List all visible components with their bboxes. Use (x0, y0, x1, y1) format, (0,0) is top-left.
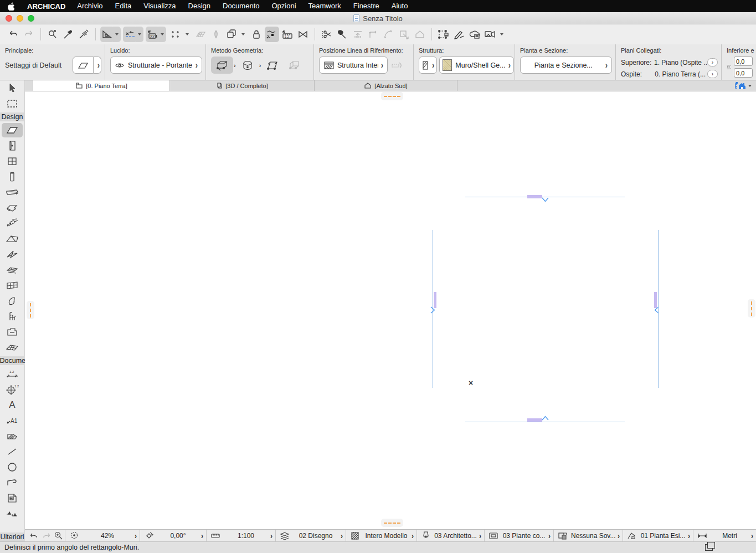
trim-axe-icon[interactable] (335, 27, 349, 42)
roof-tool[interactable] (2, 232, 23, 246)
superiore-chevron-button[interactable]: › (707, 58, 718, 66)
offset-top-field[interactable]: 0,0 (734, 57, 753, 66)
marquee-tool[interactable] (2, 96, 23, 111)
windows-overlap-icon[interactable] (705, 544, 713, 551)
fit-in-window-icon[interactable] (68, 531, 80, 540)
menu-documento[interactable]: Documento (217, 0, 265, 12)
lock-icon[interactable] (249, 27, 264, 42)
wall-settings-chevron[interactable]: › (94, 57, 101, 74)
pick-up-parameters-icon[interactable] (45, 27, 60, 42)
snap-elements-button[interactable] (265, 27, 279, 42)
curtain-wall-tool[interactable] (2, 278, 23, 293)
snap-grid-button[interactable] (168, 27, 183, 42)
window-tool[interactable] (2, 154, 23, 168)
back-view-icon[interactable] (28, 531, 40, 540)
zoom-level-control[interactable]: 42% › (65, 530, 140, 541)
guide-lines-menu-arrow[interactable] (113, 27, 121, 42)
redo-button[interactable] (22, 27, 36, 42)
drawing-tool[interactable] (2, 491, 23, 505)
forward-view-icon[interactable] (40, 531, 52, 540)
ospite-chevron-button[interactable]: › (707, 70, 718, 78)
menu-design[interactable]: Design (182, 0, 217, 12)
polyline-tool[interactable] (2, 475, 23, 490)
layers-icon[interactable] (279, 531, 291, 540)
render-button[interactable] (483, 27, 497, 42)
palette-section-ulteriori[interactable]: Ulteriori (0, 532, 25, 541)
zone-tool[interactable] (2, 325, 23, 339)
frame-copy-button[interactable] (224, 27, 239, 42)
library-cloud-icon[interactable] (467, 27, 482, 42)
floor-plan-canvas[interactable]: × (25, 91, 756, 529)
frame-copy-menu-arrow[interactable] (239, 27, 247, 42)
circle-tool[interactable] (2, 460, 23, 474)
apple-menu[interactable] (8, 2, 15, 11)
column-tool[interactable] (2, 170, 23, 184)
arrow-tool[interactable] (2, 81, 23, 95)
fill-tool[interactable] (2, 429, 23, 443)
structure-display-icon[interactable] (349, 531, 361, 540)
guide-line-tab-top[interactable] (381, 92, 403, 100)
pen-set-icon[interactable] (420, 531, 432, 540)
geometry-straight-chevron[interactable]: › (234, 62, 236, 69)
text-tool[interactable]: A (2, 398, 23, 412)
scale-ruler-icon[interactable] (209, 532, 222, 540)
menu-opzioni[interactable]: Opzioni (265, 0, 302, 12)
partial-structure-control[interactable]: Intero Modello › (346, 530, 417, 541)
geometry-trapezoid-wall-button[interactable] (261, 57, 284, 74)
guide-line-tab-right[interactable] (748, 299, 755, 318)
model-view-options-control[interactable]: 03 Piante co... › (485, 530, 554, 541)
snap-grid-menu-arrow[interactable] (183, 27, 191, 42)
working-units-control[interactable]: Metri › (693, 530, 756, 541)
app-name[interactable]: ARCHICAD (22, 2, 71, 11)
render-menu-arrow[interactable] (498, 27, 506, 42)
tab-alzato-sud[interactable]: [Alzato Sud] (315, 80, 457, 91)
wall-settings-button[interactable] (73, 57, 94, 74)
label-tool[interactable]: A1 (2, 413, 23, 428)
composite-selector-button[interactable]: Muro/Shell Ge... › (439, 57, 514, 74)
pen-set-control[interactable]: 03 Architetto... › (417, 530, 485, 541)
orientation-control[interactable]: 0,00° › (140, 530, 207, 541)
shell-tool[interactable] (2, 247, 23, 262)
stretch-button[interactable] (296, 27, 310, 42)
transfer-settings-button[interactable] (436, 27, 451, 42)
slab-tool[interactable] (2, 201, 23, 215)
reference-line-position-button[interactable]: Struttura Intern... › (319, 57, 388, 74)
mesh-tool[interactable] (2, 340, 23, 355)
syringe-icon[interactable] (76, 27, 91, 42)
door-tool[interactable] (2, 139, 23, 153)
renovation-filter-control[interactable]: 01 Pianta Esi... › (623, 530, 693, 541)
wall-reference-line-bottom[interactable] (465, 422, 625, 422)
menu-archivio[interactable]: Archivio (71, 0, 109, 12)
snap-guides-menu-arrow[interactable] (136, 27, 143, 42)
menu-aiuto[interactable]: Aiuto (385, 0, 414, 12)
wall-tool[interactable] (2, 123, 23, 137)
menu-visualizza[interactable]: Visualizza (137, 0, 182, 12)
layer-selector-button[interactable]: Strutturale - Portante › (110, 57, 202, 74)
line-tool[interactable] (2, 444, 23, 459)
level-dimension-tool[interactable] (2, 506, 23, 521)
measure-button[interactable]: 1 2 (280, 27, 295, 42)
morph-tool[interactable] (2, 294, 23, 308)
model-view-icon[interactable] (487, 532, 500, 540)
zoom-in-icon[interactable] (52, 531, 64, 540)
geometry-straight-wall-button[interactable] (211, 57, 233, 74)
scale-control[interactable]: 1:100 › (207, 530, 276, 541)
stair-tool[interactable] (2, 216, 23, 231)
rotate-view-icon[interactable] (143, 531, 155, 540)
tab-3d-completo[interactable]: [3D / Completo] (170, 80, 315, 91)
menu-edita[interactable]: Edita (109, 0, 138, 12)
layer-combination-control[interactable]: 02 Disegno › (276, 530, 346, 541)
beam-tool[interactable] (2, 185, 23, 199)
units-icon[interactable] (696, 532, 708, 540)
offset-bottom-field[interactable]: 0,0 (734, 68, 753, 78)
tab-piano-terra[interactable]: [0. Piano Terra] (33, 80, 170, 91)
undo-button[interactable] (6, 27, 20, 42)
eyedropper-icon[interactable] (61, 27, 75, 42)
coordinates-menu-arrow[interactable] (158, 27, 166, 42)
skylight-tool[interactable] (2, 263, 23, 277)
structure-type-button[interactable]: › (419, 57, 437, 74)
object-tool[interactable] (2, 309, 23, 324)
guide-line-tab-left[interactable] (27, 301, 34, 319)
split-scissors-icon[interactable] (320, 27, 334, 42)
guide-line-tab-bottom[interactable] (381, 519, 403, 527)
